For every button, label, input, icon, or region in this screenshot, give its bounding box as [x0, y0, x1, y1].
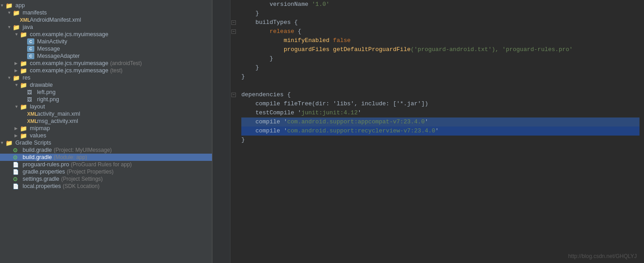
- folder-icon: 📁: [20, 103, 28, 110]
- sidebar-item-local-props[interactable]: 📄local.properties(SDK Location): [0, 183, 212, 190]
- sidebar-label: layout: [30, 103, 45, 110]
- code-token: release: [269, 28, 294, 35]
- sidebar-item-layout[interactable]: ▼📁layout: [0, 103, 212, 110]
- fold-gutter-cell: [230, 36, 237, 45]
- code-lines: versionName '1.0' } buildTypes { release…: [237, 0, 644, 263]
- xml-icon: XML: [27, 118, 35, 124]
- sidebar-item-manifests[interactable]: ▼📁manifests: [0, 9, 212, 16]
- folder-gradle-icon: 📁: [5, 140, 14, 146]
- line-number: [215, 117, 227, 127]
- fold-gutter-cell: [230, 9, 237, 18]
- code-line: proguardFiles getDefaultProguardFile('pr…: [241, 45, 639, 54]
- line-content: }: [241, 63, 639, 72]
- sidebar-item-res[interactable]: ▼📁res: [0, 74, 212, 81]
- fold-gutter-cell: [230, 0, 237, 9]
- sidebar-item-messageadapter[interactable]: CMessageAdapter: [0, 52, 212, 60]
- properties-icon: 📄: [13, 169, 21, 175]
- sidebar-secondary-label: (ProGuard Rules for app): [71, 161, 132, 168]
- line-number: [215, 81, 227, 90]
- code-token: ('proguard-android.txt'), 'proguard-rule…: [411, 46, 573, 53]
- sidebar-label: com.example.jcs.myuimessage: [30, 67, 108, 74]
- sidebar-item-settings-gradle[interactable]: ⚙settings.gradle(Project Settings): [0, 175, 212, 183]
- code-token: [241, 127, 255, 134]
- sidebar-item-gradle-scripts[interactable]: ▼📁Gradle Scripts: [0, 139, 212, 146]
- code-token: dependencies: [241, 91, 284, 98]
- code-token: buildTypes: [255, 19, 291, 26]
- code-token: minifyEnabled: [284, 37, 329, 44]
- code-token: getDefaultProguardFile: [333, 46, 411, 53]
- line-numbers: [212, 0, 230, 263]
- fold-button[interactable]: −: [231, 93, 236, 97]
- line-number: [215, 27, 227, 36]
- arrow-icon: ▶: [14, 68, 20, 73]
- sidebar-item-androidmanifest[interactable]: XMLAndroidManifest.xml: [0, 16, 212, 23]
- sidebar-item-build-gradle-app[interactable]: ⚙build.gradle(Module: app): [0, 154, 212, 161]
- sidebar-item-activity_main[interactable]: XMLactivity_main.xml: [0, 110, 212, 117]
- sidebar-item-build-gradle-proj[interactable]: ⚙build.gradle(Project: MyUIMessage): [0, 146, 212, 154]
- arrow-icon: ▼: [7, 75, 13, 80]
- sidebar-secondary-label: (SDK Location): [63, 183, 99, 189]
- line-content: proguardFiles getDefaultProguardFile('pr…: [241, 45, 639, 54]
- folder-icon: 📁: [20, 82, 28, 88]
- local-icon: 📄: [13, 183, 21, 189]
- arrow-icon: ▼: [14, 83, 20, 87]
- code-token: compile: [255, 127, 280, 134]
- sidebar-secondary-label: (Project Settings): [61, 176, 103, 182]
- arrow-icon: ▶: [14, 126, 20, 131]
- code-line: [241, 81, 639, 90]
- code-token: }: [241, 10, 259, 17]
- sidebar-label: Message: [37, 46, 60, 52]
- sidebar-item-app[interactable]: ▼📁app: [0, 2, 212, 9]
- line-number: [215, 36, 227, 45]
- java-c-icon: C: [27, 46, 35, 52]
- java-c-icon: C: [27, 53, 35, 59]
- code-line: minifyEnabled false: [241, 36, 639, 45]
- sidebar-secondary-label: (Project: MyUIMessage): [54, 147, 112, 153]
- sidebar-item-left.png[interactable]: 🖼left.png: [0, 89, 212, 96]
- fold-gutter-cell: −: [230, 27, 237, 36]
- xml-icon: XML: [20, 17, 28, 23]
- code-token: com.android.support:recyclerview-v7:23.4…: [287, 127, 435, 134]
- code-token: }: [241, 55, 273, 62]
- line-number: [215, 108, 227, 117]
- sidebar-item-mipmap[interactable]: ▶📁mipmap: [0, 125, 212, 132]
- sidebar-item-drawable[interactable]: ▼📁drawable: [0, 81, 212, 89]
- sidebar-item-values[interactable]: ▶📁values: [0, 132, 212, 139]
- code-token: [241, 37, 284, 44]
- fold-button[interactable]: −: [231, 29, 236, 34]
- sidebar-item-java[interactable]: ▼📁java: [0, 23, 212, 31]
- sidebar-item-msg_activity[interactable]: XMLmsg_activity.xml: [0, 117, 212, 125]
- sidebar-label: settings.gradle: [23, 176, 59, 182]
- line-number: [215, 18, 227, 27]
- sidebar-item-com.example[interactable]: ▼📁com.example.jcs.myuimessage: [0, 31, 212, 38]
- sidebar-item-com.example2[interactable]: ▶📁com.example.jcs.myuimessage(androidTes…: [0, 60, 212, 67]
- sidebar-item-message[interactable]: CMessage: [0, 45, 212, 52]
- code-token: ': [280, 118, 287, 125]
- sidebar-label: Gradle Scripts: [15, 140, 51, 146]
- sidebar-item-gradle-props[interactable]: 📄gradle.properties(Project Properties): [0, 168, 212, 175]
- line-number: [215, 45, 227, 54]
- code-line: compile 'com.android.support:appcompat-v…: [241, 117, 639, 127]
- line-number: [215, 9, 227, 18]
- sidebar-label: MessageAdapter: [37, 53, 80, 59]
- code-token: [241, 118, 255, 125]
- sidebar-item-proguard[interactable]: 📄proguard-rules.pro(ProGuard Rules for a…: [0, 161, 212, 168]
- sidebar-item-mainactivity[interactable]: CMainActivity: [0, 38, 212, 45]
- fold-button[interactable]: −: [231, 20, 236, 25]
- folder-icon: 📁: [13, 75, 21, 81]
- folder-icon: 📁: [20, 60, 28, 66]
- code-line: compile 'com.android.support:recyclervie…: [241, 127, 639, 136]
- gradle-icon: ⚙: [13, 154, 21, 160]
- code-token: com.android.support:appcompat-v7:23.4.0: [287, 118, 424, 125]
- line-content: release {: [241, 27, 639, 36]
- arrow-icon: ▼: [14, 104, 20, 109]
- code-token: ': [280, 127, 287, 134]
- code-token: [241, 100, 255, 107]
- sidebar-label: manifests: [23, 9, 47, 16]
- sidebar-item-com.example3[interactable]: ▶📁com.example.jcs.myuimessage(test): [0, 67, 212, 74]
- fold-gutter-cell: [230, 45, 237, 54]
- code-token: [329, 46, 333, 53]
- sidebar-item-right.png[interactable]: 🖼right.png: [0, 96, 212, 103]
- line-content: minifyEnabled false: [241, 36, 639, 45]
- arrow-icon: ▶: [14, 61, 20, 66]
